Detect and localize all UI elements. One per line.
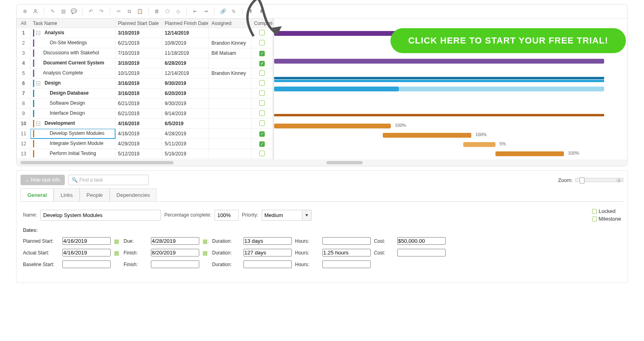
tab-general[interactable]: General: [21, 188, 54, 201]
task-name-cell[interactable]: Software Design: [30, 99, 115, 109]
priority-icon[interactable]: ◇: [173, 7, 182, 16]
priority-label: Priority:: [242, 212, 258, 218]
add-icon[interactable]: ⊕: [21, 7, 29, 16]
task-name-cell[interactable]: Analysis Complete: [30, 68, 115, 79]
planned-cost-input[interactable]: [397, 237, 446, 245]
undo-icon[interactable]: ↶: [87, 7, 95, 16]
locked-checkbox[interactable]: Locked: [592, 208, 621, 214]
gantt-bar[interactable]: [274, 59, 604, 64]
cta-free-trial[interactable]: CLICK HERE TO START YOUR FREE TRIAL!: [390, 28, 626, 53]
gantt-bar[interactable]: [463, 142, 495, 147]
copy-icon[interactable]: ⧉: [125, 7, 134, 16]
table-row[interactable]: 7 Design Database 3/16/2019 6/20/2019: [17, 89, 273, 99]
comment-icon[interactable]: 💬: [69, 7, 78, 16]
col-header-finish[interactable]: Planned Finish Date: [162, 19, 209, 28]
gantt-bar[interactable]: [274, 87, 399, 91]
tab-links[interactable]: Links: [54, 188, 79, 201]
tag-icon[interactable]: ⬠: [163, 7, 172, 16]
export-icon[interactable]: ⬆: [246, 7, 255, 16]
table-row[interactable]: 3 Discussions with Stakehol 7/10/2019 11…: [17, 48, 273, 58]
paste-icon[interactable]: 📋: [135, 7, 144, 16]
collapse-icon[interactable]: −: [36, 81, 40, 85]
task-name-cell[interactable]: On-Site Meetings: [30, 38, 115, 48]
hide-task-info-button[interactable]: ⌄ Hide task info: [21, 175, 65, 185]
calendar-icon[interactable]: ▦: [202, 238, 209, 244]
table-row[interactable]: 9 Interface Design 6/21/2019 9/14/2019: [17, 109, 273, 119]
table-scrollbar[interactable]: [17, 159, 274, 166]
chevron-down-icon[interactable]: ▾: [302, 210, 312, 221]
gantt-bar[interactable]: [274, 114, 604, 116]
gantt-scrollbar[interactable]: [274, 159, 627, 166]
collapse-icon[interactable]: −: [36, 122, 40, 126]
note-icon[interactable]: ▤: [59, 7, 68, 16]
table-row[interactable]: 8 Software Design 6/21/2019 9/30/2019: [17, 99, 273, 109]
planned-hours-input[interactable]: [322, 237, 371, 245]
percentage-input[interactable]: [215, 210, 239, 221]
task-name-cell[interactable]: Document Current System: [30, 58, 115, 68]
task-name-cell[interactable]: Interface Design: [30, 109, 115, 119]
baseline-start-input[interactable]: [62, 260, 111, 268]
gantt-bar[interactable]: [383, 133, 471, 138]
task-name-cell[interactable]: − Development: [30, 119, 115, 129]
table-row[interactable]: 10 − Development 4/16/2019 6/5/2019: [17, 119, 273, 129]
table-row[interactable]: 5 Analysis Complete 10/1/2019 12/14/2019…: [17, 68, 273, 79]
actual-finish-input[interactable]: [151, 249, 199, 256]
attach-icon[interactable]: ％: [229, 7, 238, 16]
indent-icon[interactable]: ⇥: [201, 7, 210, 16]
gantt-bar[interactable]: [274, 124, 391, 128]
outdent-icon[interactable]: ⇤: [191, 7, 200, 16]
table-row[interactable]: 12 Integrate System Module 4/29/2019 5/1…: [17, 139, 273, 149]
table-row[interactable]: 1 − Analysis 3/10/2019 12/14/2019: [17, 28, 273, 38]
task-name-cell[interactable]: − Design: [30, 79, 115, 89]
task-name-cell[interactable]: Design Database: [30, 89, 115, 99]
actual-duration-input[interactable]: [244, 249, 292, 256]
cut-icon[interactable]: ✂: [114, 7, 123, 16]
send-icon[interactable]: ✈: [616, 176, 622, 185]
col-header-all[interactable]: All: [17, 19, 31, 28]
col-header-start[interactable]: Planned Start Date: [116, 19, 162, 28]
planned-start-input[interactable]: [62, 237, 111, 245]
table-row[interactable]: 6 − Design 3/16/2019 9/30/2019: [17, 79, 273, 89]
task-name-cell[interactable]: Perform Initial Testing: [30, 149, 115, 159]
actual-start-input[interactable]: [62, 249, 111, 256]
complete-checkbox: [259, 90, 265, 96]
col-header-name[interactable]: Task Name: [30, 19, 115, 28]
actual-hours-input[interactable]: [322, 249, 371, 256]
delete-icon[interactable]: 🗑: [153, 7, 161, 16]
col-header-complete[interactable]: Complete: [252, 19, 273, 28]
find-task-input[interactable]: 🔍 Find a task: [68, 175, 149, 185]
table-row[interactable]: 4 Document Current System 3/10/2019 6/28…: [17, 58, 273, 68]
priority-select[interactable]: [262, 210, 302, 221]
redo-icon[interactable]: ↷: [97, 7, 106, 16]
collapse-icon[interactable]: −: [36, 31, 40, 35]
table-row[interactable]: 13 Perform Initial Testing 5/12/2019 5/1…: [17, 149, 273, 159]
tab-people[interactable]: People: [80, 188, 109, 201]
task-name-cell[interactable]: Develop System Modules: [30, 129, 115, 139]
task-name-cell[interactable]: − Analysis: [30, 28, 115, 38]
table-row[interactable]: 2 On-Site Meetings 6/21/2019 10/8/2019 B…: [17, 38, 273, 48]
table-row[interactable]: 11 Develop System Modules 4/16/2019 4/28…: [17, 129, 273, 139]
calendar-icon[interactable]: ▦: [202, 250, 209, 256]
milestone-checkbox[interactable]: Milestone: [592, 216, 621, 222]
task-name-cell[interactable]: Integrate System Module: [30, 139, 115, 149]
gantt-bar[interactable]: [495, 151, 564, 156]
baseline-hours-input[interactable]: [322, 260, 371, 268]
col-header-assigned[interactable]: Assigned: [209, 19, 252, 28]
import-icon[interactable]: ⬇: [257, 7, 266, 16]
planned-due-input[interactable]: [151, 237, 199, 245]
edit-icon[interactable]: ✎: [48, 7, 57, 16]
name-input[interactable]: [40, 210, 161, 221]
actual-cost-input[interactable]: [397, 249, 446, 256]
baseline-finish-input[interactable]: [151, 260, 199, 268]
baseline-duration-input[interactable]: [244, 260, 292, 268]
gantt-bar[interactable]: [399, 87, 604, 91]
calendar-icon[interactable]: ▦: [114, 238, 120, 244]
calendar-icon[interactable]: ▦: [114, 250, 120, 256]
gantt-bar[interactable]: [274, 77, 604, 79]
gantt-bar[interactable]: [274, 80, 604, 82]
task-name-cell[interactable]: Discussions with Stakehol: [30, 48, 115, 58]
person-icon[interactable]: [31, 7, 40, 16]
link-icon[interactable]: 🔗: [219, 7, 227, 16]
tab-dependencies[interactable]: Dependencies: [109, 188, 157, 201]
planned-duration-input[interactable]: [244, 237, 292, 245]
